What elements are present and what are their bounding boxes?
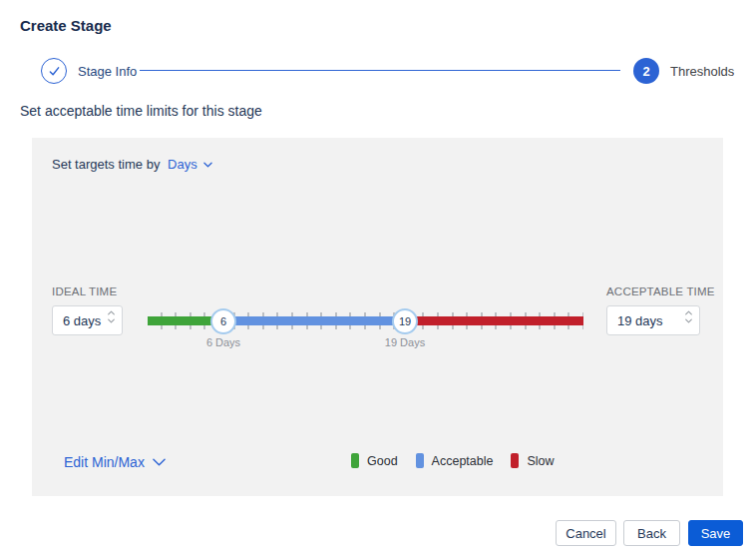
section-heading: Set acceptable time limits for this stag… [20,103,262,119]
slider-segment-acceptable [223,316,405,325]
stepper-up-icon [108,310,115,315]
slider-segment-slow [405,316,583,325]
ideal-time-input-wrapper [52,305,123,335]
legend-item-slow: Slow [511,453,554,468]
stepper-down-icon [685,318,692,323]
slider-handle-ideal[interactable]: 6 [210,308,236,334]
legend-label: Acceptable [432,454,494,468]
stepper-connector-line [140,70,620,71]
create-stage-modal: Create Stage Stage Info 2 Thresholds Set… [0,0,756,559]
ideal-time-label: IDEAL TIME [52,285,117,297]
acceptable-swatch-icon [416,453,424,468]
good-swatch-icon [351,453,359,468]
stepper-step-label-stage-info: Stage Info [78,64,137,79]
back-button[interactable]: Back [623,520,680,546]
save-button[interactable]: Save [688,520,743,546]
target-time-row: Set targets time by Days [52,157,212,172]
slider-handle-acceptable-label: 19 Days [365,336,445,348]
check-circle-icon [41,58,67,84]
legend-item-good: Good [351,453,398,468]
time-unit-value: Days [168,157,197,172]
legend-item-acceptable: Acceptable [416,453,494,468]
stepper-down-icon [108,318,115,323]
slider-handle-ideal-label: 6 Days [184,336,263,348]
ideal-time-stepper[interactable] [108,310,115,323]
chevron-down-icon [203,162,212,168]
page-title: Create Stage [20,17,112,34]
legend-label: Slow [527,454,554,468]
slider-handle-acceptable[interactable]: 19 [392,308,418,334]
acceptable-time-input-wrapper [606,305,700,335]
slow-swatch-icon [511,453,519,468]
thresholds-panel: Set targets time by Days IDEAL TIME 6 19… [32,138,723,496]
time-unit-dropdown[interactable]: Days [168,157,212,172]
chevron-down-icon [153,458,166,466]
stepper-step-thresholds[interactable]: 2 Thresholds [633,58,734,84]
stepper: Stage Info 2 Thresholds [0,58,756,84]
stepper-step-label-thresholds: Thresholds [670,64,734,79]
stepper-step-stage-info[interactable]: Stage Info [41,58,137,84]
legend-label: Good [367,454,398,468]
slider-legend: Good Acceptable Slow [351,453,555,468]
edit-minmax-label: Edit Min/Max [64,454,145,470]
step-number-badge: 2 [633,58,659,84]
target-time-label: Set targets time by [52,157,160,172]
ideal-time-input[interactable] [53,306,110,334]
stepper-up-icon [685,310,692,315]
acceptable-time-input[interactable] [607,306,687,334]
acceptable-time-label: ACCEPTABLE TIME [606,285,715,297]
acceptable-time-stepper[interactable] [685,310,692,323]
cancel-button[interactable]: Cancel [556,520,616,546]
edit-minmax-toggle[interactable]: Edit Min/Max [64,454,166,470]
